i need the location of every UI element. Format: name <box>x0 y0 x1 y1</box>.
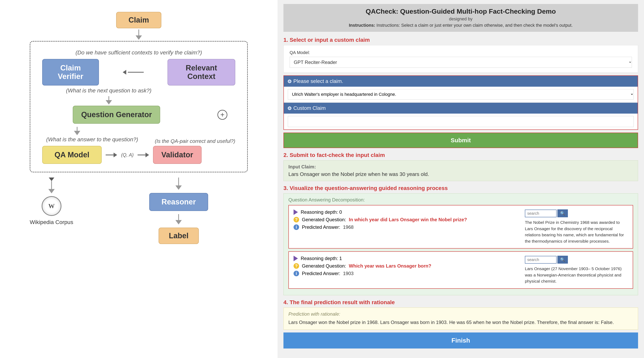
step1-pred-a-prefix: Predicted Answer: <box>302 271 340 276</box>
step0-answer-row: i Predicted Answer: 1968 <box>294 224 521 230</box>
radio-custom-claim[interactable] <box>288 106 292 110</box>
info-icon-0: i <box>294 224 299 230</box>
qa-decomp-box: Question Answering Decomposition: Reason… <box>284 193 638 295</box>
claim-section: Please select a claim. Ulrich Walter's e… <box>284 75 638 130</box>
app-instructions: Instructions: Instructions: Select a cla… <box>290 23 632 28</box>
step0-depth-row: Reasoning depth: 0 <box>294 209 521 215</box>
step1-pred-a: 1903 <box>343 271 354 276</box>
play-icon-1 <box>294 256 298 261</box>
reasoning-step-1: Reasoning depth: 1 ? Generated Question:… <box>288 251 633 289</box>
prediction-box: Prediction with rationale: Lars Onsager … <box>284 308 638 330</box>
question-icon-1: ? <box>294 263 299 269</box>
q3-text: (What is the answer to the question?) <box>46 136 138 143</box>
step4-annotation: 4. The final prediction result with rati… <box>284 299 638 306</box>
input-claim-box: Input Claim: Lars Onsager won the Nobel … <box>284 160 638 181</box>
reasoning-step-0: Reasoning depth: 0 ? Generated Question:… <box>288 205 633 249</box>
validator-box: Validator <box>153 146 202 164</box>
input-claim-text: Lars Onsager won the Nobel prize when he… <box>288 171 633 177</box>
diagram-container: Claim (Do we have sufficient contexts to… <box>16 12 262 244</box>
diagram-panel: Claim (Do we have sufficient contexts to… <box>0 0 278 358</box>
claim-box: Claim <box>116 12 161 28</box>
step0-question-row: ? Generated Question: In which year did … <box>294 217 521 222</box>
step0-gen-q: In which year did Lars Onsager win the N… <box>349 217 467 222</box>
please-select-header: Please select a claim. <box>284 76 638 87</box>
step0-left: Reasoning depth: 0 ? Generated Question:… <box>294 209 521 244</box>
finish-button[interactable]: Finish <box>284 333 638 349</box>
claim-dropdown[interactable]: Ulrich Walter's employer is headquartere… <box>288 89 634 100</box>
step0-depth: Reasoning depth: 0 <box>301 209 342 215</box>
arrow-claim-to-dashed <box>136 29 142 40</box>
info-icon-1: i <box>294 271 299 276</box>
right-panel: QACheck: Question-Guided Multi-hop Fact-… <box>278 0 644 358</box>
step0-search-area: 🔍 The Nobel Prize in Chemistry 1968 was … <box>525 209 628 244</box>
step1-depth-row: Reasoning depth: 1 <box>294 256 521 261</box>
step1-search-input[interactable] <box>525 256 556 264</box>
step1-search-result: Lars Onsager (27 November 1903– 5 Octobe… <box>525 266 628 284</box>
radio-select-claim[interactable] <box>288 80 292 83</box>
prediction-text: Lars Onsager won the Nobel prize in 1968… <box>288 319 633 326</box>
claim-dropdown-area: Ulrich Walter's employer is headquartere… <box>284 87 638 102</box>
step0-search-btn[interactable]: 🔍 <box>558 209 568 217</box>
q2-text: (What is the next question to ask?) <box>66 87 152 94</box>
wiki-label: Wikipedia Corpus <box>30 219 73 225</box>
qa-model-select[interactable]: GPT Reciter-Reader <box>290 57 632 68</box>
custom-claim-input[interactable] <box>288 116 634 127</box>
input-claim-label: Input Claim: <box>288 164 633 170</box>
step1-left: Reasoning depth: 1 ? Generated Question:… <box>294 256 521 284</box>
label-box: Label <box>158 228 199 244</box>
submit-button[interactable]: Submit <box>284 133 638 148</box>
qa-model-form: QA Model: GPT Reciter-Reader <box>284 45 638 73</box>
custom-claim-input-area <box>284 114 638 129</box>
qa-pair-label: (Q, A) <box>121 152 134 158</box>
prediction-label: Prediction with rationale: <box>288 311 633 317</box>
step0-pred-a-prefix: Predicted Answer: <box>302 224 340 230</box>
question-generator-box: Question Generator <box>73 106 160 124</box>
app-subtitle: designed by <box>290 16 632 21</box>
step0-search-input[interactable] <box>525 209 556 217</box>
dashed-box: (Do we have sufficient contexts to verif… <box>30 41 248 172</box>
qa-model-form-label: QA Model: <box>290 50 632 55</box>
step0-search-row: 🔍 <box>525 209 568 217</box>
app-title: QACheck: Question-Guided Multi-hop Fact-… <box>290 7 632 15</box>
step1-annotation: 1. Select or input a custom claim <box>284 37 638 43</box>
step3-annotation: 3. Visualize the question-answering guid… <box>284 185 638 191</box>
step2-annotation: 2. Submit to fact-check the input claim <box>284 152 638 158</box>
step1-gen-q-prefix: Generated Question: <box>302 263 346 269</box>
submit-area: Submit <box>284 133 638 148</box>
step0-pred-a: 1968 <box>343 224 354 230</box>
plus-circle: + <box>218 110 227 120</box>
qa-decomp-label: Question Answering Decomposition: <box>288 197 633 203</box>
step1-search-row: 🔍 <box>525 256 568 264</box>
custom-claim-label: Custom Claim <box>293 105 326 111</box>
question-icon-0: ? <box>294 217 299 222</box>
please-select-label: Please select a claim. <box>293 78 343 84</box>
custom-claim-header: Custom Claim <box>284 103 638 114</box>
qa-pair-question: (Is the QA-pair correct and useful?) <box>155 138 235 144</box>
qa-model-box: QA Model <box>42 146 102 164</box>
step1-answer-row: i Predicted Answer: 1903 <box>294 271 521 276</box>
step1-question-row: ? Generated Question: Which year was Lar… <box>294 263 521 269</box>
step0-gen-q-prefix: Generated Question: <box>302 217 346 222</box>
play-icon-0 <box>294 209 298 215</box>
wikipedia-icon: W <box>42 196 62 216</box>
dashed-question: (Do we have sufficient contexts to verif… <box>76 49 202 56</box>
step1-search-area: 🔍 Lars Onsager (27 November 1903– 5 Octo… <box>525 256 628 284</box>
step1-search-btn[interactable]: 🔍 <box>558 256 568 264</box>
step1-depth: Reasoning depth: 1 <box>301 256 342 261</box>
reasoner-box: Reasoner <box>149 193 208 211</box>
app-header: QACheck: Question-Guided Multi-hop Fact-… <box>284 4 638 32</box>
step0-search-result: The Nobel Prize in Chemistry 1968 was aw… <box>525 219 628 244</box>
step1-gen-q: Which year was Lars Onsager born? <box>349 263 431 269</box>
claim-verifier-box: Claim Verifier <box>42 59 99 85</box>
relevant-context-box: Relevant Context <box>168 59 235 85</box>
